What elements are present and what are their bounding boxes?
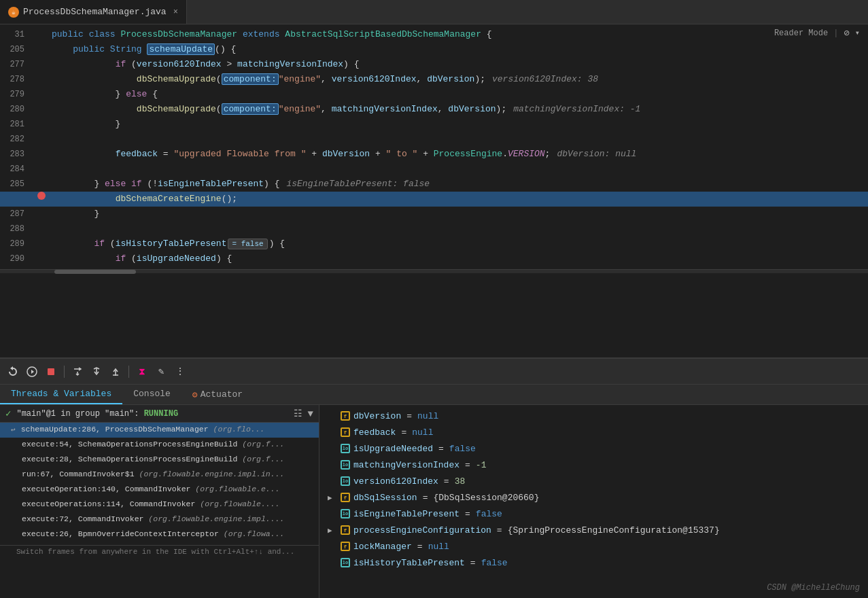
more-options-button[interactable]: ⋮ <box>173 364 188 379</box>
stack-frame-0[interactable]: ↩ schemaUpdate:286, ProcessDbSchemaManag… <box>0 423 319 438</box>
step-out-button[interactable] <box>108 364 123 379</box>
stack-method-label: execute:72, CommandInvoker (org.flowable… <box>11 514 284 523</box>
debug-toolbar: ⧗ ✎ ⋮ <box>0 359 868 385</box>
var-matchingVersionIndex[interactable]: lo matchingVersionIndex = -1 <box>319 457 868 473</box>
stack-method-label: execute:26, BpmnOverrideContextIntercept… <box>11 529 284 538</box>
code-line-285: 285 } else if (!isEngineTablePresent) {i… <box>0 177 868 192</box>
actuator-icon: ⚙ <box>192 389 198 400</box>
var-lockManager[interactable]: f lockManager = null <box>319 538 868 555</box>
code-line-277: 277 if (version6120Index > matchingVersi… <box>0 57 868 72</box>
rerun-button[interactable] <box>5 364 20 379</box>
stack-frame-7[interactable]: execute:26, BpmnOverrideContextIntercept… <box>0 527 319 542</box>
toolbar-separator-2 <box>128 366 129 378</box>
threads-panel: ✓ "main"@1 in group "main": RUNNING ☷ ▼ … <box>0 405 319 598</box>
code-line-278: 278 dbSchemaUpgrade(component:"engine", … <box>0 72 868 87</box>
stack-frame-6[interactable]: execute:72, CommandInvoker (org.flowable… <box>0 512 319 527</box>
stack-method-label: executeOperations:114, CommandInvoker (o… <box>11 499 280 508</box>
reader-mode-bar: Reader Mode | ⊘ ▾ <box>766 24 868 41</box>
tab-actuator[interactable]: ⚙ Actuator <box>181 385 254 404</box>
expand-icon[interactable]: ▼ <box>308 408 313 419</box>
code-line-290: 290 if (isUpgradeNeeded) { <box>0 251 868 266</box>
stack-frame-2[interactable]: execute:28, SchemaOperationsProcessEngin… <box>0 453 319 468</box>
local-icon: lo <box>340 476 351 487</box>
code-line-283: 283 feedback = "upgraded Flowable from "… <box>0 147 868 162</box>
file-tab[interactable]: ☕ ProcessDbSchemaManager.java × <box>0 0 187 24</box>
reader-mode-icon[interactable]: ⊘ <box>844 27 849 39</box>
stack-method-label: execute:54, SchemaOperationsProcessEngin… <box>11 440 284 448</box>
var-isHistoryTablePresent[interactable]: lo isHistoryTablePresent = false <box>319 555 868 571</box>
stack-frame-3[interactable]: run:67, CommandInvoker$1 (org.flowable.e… <box>0 468 319 482</box>
var-dbVersion[interactable]: f dbVersion = null <box>319 408 868 424</box>
var-isEngineTablePresent[interactable]: lo isEngineTablePresent = false <box>319 506 868 522</box>
stack-method-label: run:67, CommandInvoker$1 (org.flowable.e… <box>11 470 284 478</box>
run-to-cursor-button[interactable]: ⧗ <box>135 364 150 379</box>
field-icon: f <box>340 525 351 535</box>
stop-button[interactable] <box>44 364 58 379</box>
var-processEngineConfiguration[interactable]: ▶ f processEngineConfiguration = {Spring… <box>319 522 868 538</box>
tab-threads-variables[interactable]: Threads & Variables <box>0 385 122 404</box>
code-line-287: 287 } <box>0 207 868 222</box>
active-frame-arrow: ↩ <box>11 425 16 434</box>
code-line-281: 281 } <box>0 117 868 132</box>
tab-close-button[interactable]: × <box>173 7 178 17</box>
java-file-icon: ☕ <box>8 7 19 18</box>
var-dbSqlSession[interactable]: ▶ f dbSqlSession = {DbSqlSession@20660} <box>319 489 868 506</box>
stack-frame-footer: Switch frames from anywhere in the IDE w… <box>0 545 319 560</box>
threads-header: ✓ "main"@1 in group "main": RUNNING ☷ ▼ <box>0 405 319 423</box>
step-over-button[interactable] <box>70 364 85 379</box>
var-version6120Index[interactable]: lo version6120Index = 38 <box>319 473 868 489</box>
code-line-205: 205 public String schemaUpdate() { <box>0 42 868 57</box>
local-icon: lo <box>340 443 351 454</box>
filter-icon[interactable]: ☷ <box>294 408 302 419</box>
code-line-289: 289 if (isHistoryTablePresent= false) { <box>0 236 868 251</box>
evaluate-button[interactable]: ✎ <box>154 364 169 379</box>
field-icon: f <box>340 541 351 552</box>
tab-bar: ☕ ProcessDbSchemaManager.java × <box>0 0 868 24</box>
stack-method-label: execute:28, SchemaOperationsProcessEngin… <box>11 455 284 463</box>
breakpoint-indicator[interactable] <box>37 192 46 200</box>
stack-method-label: executeOperation:140, CommandInvoker (or… <box>11 485 280 493</box>
scrollbar-thumb[interactable] <box>54 270 136 274</box>
tab-console[interactable]: Console <box>122 385 181 404</box>
var-isUpgradeNeeded[interactable]: lo isUpgradeNeeded = false <box>319 440 868 457</box>
expand-icon-dbsql[interactable]: ▶ <box>328 493 337 502</box>
chevron-down-icon[interactable]: ▾ <box>855 28 860 38</box>
reader-mode-label: Reader Mode <box>774 29 828 38</box>
watermark: CSDN @MichelleChung <box>767 583 860 593</box>
code-line-286: ​ dbSchemaCreateEngine(); <box>0 192 868 207</box>
code-line-280: 280 dbSchemaUpgrade(component:"engine", … <box>0 102 868 117</box>
code-line-279: 279 } else { <box>0 87 868 102</box>
debug-panel: ⧗ ✎ ⋮ Threads & Variables Console ⚙ Actu… <box>0 357 868 598</box>
stack-frame-4[interactable]: executeOperation:140, CommandInvoker (or… <box>0 482 319 497</box>
reader-mode-divider: | <box>833 29 838 38</box>
local-icon: lo <box>340 557 351 568</box>
code-line-31: 31 public class ProcessDbSchemaManager e… <box>0 27 868 42</box>
thread-check-icon: ✓ <box>5 408 11 419</box>
stack-frame-1[interactable]: execute:54, SchemaOperationsProcessEngin… <box>0 438 319 453</box>
code-line-282: 282 <box>0 132 868 147</box>
toolbar-separator-1 <box>64 366 65 378</box>
code-line-288: 288 <box>0 222 868 236</box>
stack-method-label: schemaUpdate:286, ProcessDbSchemaManager… <box>21 425 265 434</box>
expand-icon-pec[interactable]: ▶ <box>328 526 337 535</box>
stack-list: ↩ schemaUpdate:286, ProcessDbSchemaManag… <box>0 423 319 598</box>
variables-panel: f dbVersion = null f feedback = null <box>319 405 868 598</box>
horizontal-scrollbar[interactable] <box>0 269 868 273</box>
svg-rect-1 <box>48 368 54 375</box>
field-icon: f <box>340 427 351 438</box>
editor-area: Reader Mode | ⊘ ▾ 31 public class Proces… <box>0 24 868 357</box>
actuator-label: Actuator <box>201 389 243 400</box>
resume-button[interactable] <box>24 364 39 379</box>
stack-frame-5[interactable]: executeOperations:114, CommandInvoker (o… <box>0 497 319 512</box>
local-icon: lo <box>340 459 351 470</box>
thread-name-label: "main"@1 in group "main": RUNNING <box>16 409 178 419</box>
field-icon: f <box>340 410 351 421</box>
debug-body: ✓ "main"@1 in group "main": RUNNING ☷ ▼ … <box>0 405 868 598</box>
code-editor: 31 public class ProcessDbSchemaManager e… <box>0 24 868 269</box>
field-icon: f <box>340 492 351 503</box>
var-feedback[interactable]: f feedback = null <box>319 424 868 440</box>
local-icon: lo <box>340 508 351 519</box>
code-line-284: 284 <box>0 162 868 177</box>
step-into-button[interactable] <box>89 364 104 379</box>
debug-tabs-row: Threads & Variables Console ⚙ Actuator <box>0 385 868 405</box>
